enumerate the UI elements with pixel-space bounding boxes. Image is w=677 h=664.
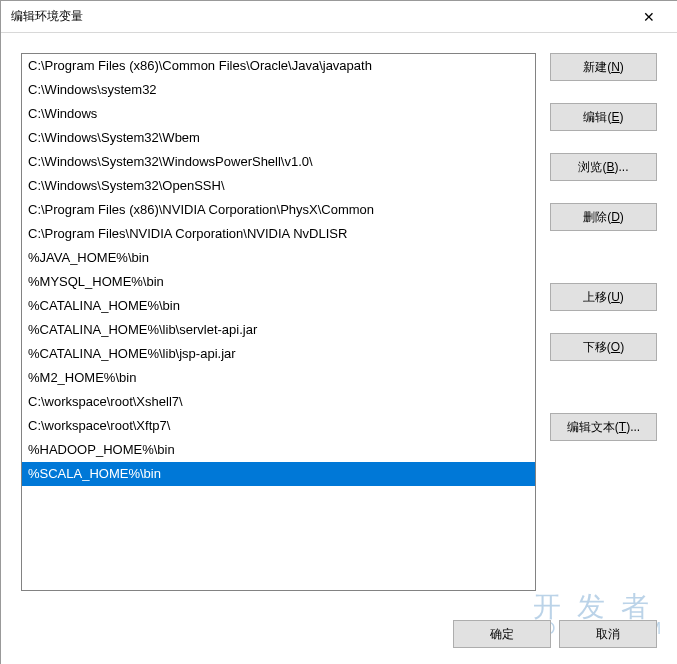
edit-text-button[interactable]: 编辑文本(T)... [550,413,657,441]
ok-button[interactable]: 确定 [453,620,551,648]
move-up-button[interactable]: 上移(U) [550,283,657,311]
path-list-item[interactable]: C:\workspace\root\Xftp7\ [22,414,535,438]
edit-button[interactable]: 编辑(E) [550,103,657,131]
path-list-item[interactable]: C:\Windows\System32\OpenSSH\ [22,174,535,198]
path-list-item[interactable]: C:\Program Files (x86)\Common Files\Orac… [22,54,535,78]
path-list-item[interactable]: C:\Windows\System32\WindowsPowerShell\v1… [22,150,535,174]
browse-button[interactable]: 浏览(B)... [550,153,657,181]
path-list-item[interactable]: %MYSQL_HOME%\bin [22,270,535,294]
cancel-button[interactable]: 取消 [559,620,657,648]
new-button[interactable]: 新建(N) [550,53,657,81]
path-list-item[interactable]: C:\workspace\root\Xshell7\ [22,390,535,414]
path-list-item[interactable]: C:\Windows\system32 [22,78,535,102]
path-list-item[interactable]: %CATALINA_HOME%\bin [22,294,535,318]
move-down-button[interactable]: 下移(O) [550,333,657,361]
path-list-item[interactable]: C:\Program Files (x86)\NVIDIA Corporatio… [22,198,535,222]
path-list-item[interactable]: %CATALINA_HOME%\lib\servlet-api.jar [22,318,535,342]
path-list-item[interactable]: %SCALA_HOME%\bin [22,462,535,486]
path-listbox[interactable]: C:\Program Files (x86)\Common Files\Orac… [21,53,536,591]
path-list-item[interactable]: C:\Windows\System32\Wbem [22,126,535,150]
bottom-button-bar: 确定 取消 [453,620,657,648]
close-button[interactable]: ✕ [629,2,669,32]
path-list-item[interactable]: C:\Windows [22,102,535,126]
path-list-item[interactable]: %JAVA_HOME%\bin [22,246,535,270]
side-button-column: 新建(N) 编辑(E) 浏览(B)... 删除(D) 上移(U) 下移(O) 编… [550,53,657,591]
path-list-item[interactable]: %HADOOP_HOME%\bin [22,438,535,462]
path-list-item[interactable]: C:\Program Files\NVIDIA Corporation\NVID… [22,222,535,246]
close-icon: ✕ [643,9,655,25]
dialog-content: C:\Program Files (x86)\Common Files\Orac… [1,33,677,603]
delete-button[interactable]: 删除(D) [550,203,657,231]
path-list-item[interactable]: %CATALINA_HOME%\lib\jsp-api.jar [22,342,535,366]
window-title: 编辑环境变量 [9,8,629,25]
titlebar: 编辑环境变量 ✕ [1,1,677,33]
path-list-item[interactable]: %M2_HOME%\bin [22,366,535,390]
